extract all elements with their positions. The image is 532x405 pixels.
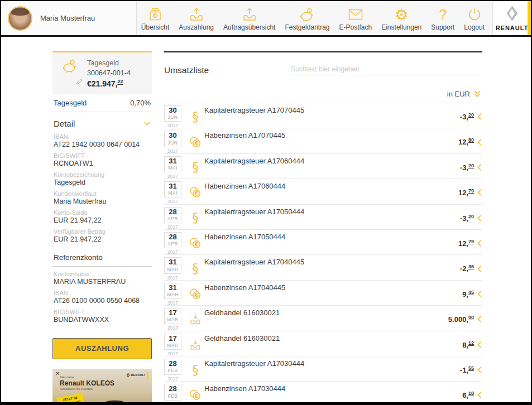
nav-item[interactable]: Auszahlung: [179, 6, 214, 31]
nav-item[interactable]: Auftragsübersicht: [223, 6, 275, 31]
date-month: MÄR: [165, 343, 181, 348]
tray-arrow-up-icon: [189, 6, 204, 23]
transaction-row[interactable]: 17 MÄR 2017 Geldhandel 616030021 8,12: [164, 331, 482, 356]
reference-field: Kontoinhaber MARIA MUSTERFRAU: [52, 271, 152, 286]
ad-close-icon[interactable]: ✕: [55, 370, 60, 377]
transaction-row[interactable]: 31 MÄR 2017 § Kapitalertragsteuer A17040…: [164, 255, 482, 280]
chevron-left-icon[interactable]: [477, 189, 482, 196]
chevron-left-icon[interactable]: [477, 164, 482, 171]
transaction-row[interactable]: 30 JUN 2017 € Habenzinsen A17070445 12,8…: [164, 128, 482, 153]
field-value: AT22 1942 0030 0647 0014: [54, 141, 151, 148]
reference-account-header: Referenzkonto: [52, 253, 152, 267]
chevron-left-icon[interactable]: [477, 139, 482, 146]
date-day: 28: [165, 385, 181, 393]
piggy-bank-icon: €: [61, 58, 78, 76]
nav-item[interactable]: Logout: [464, 6, 485, 31]
app-window: Maria Musterfrau € Übersicht Auszahlung …: [0, 0, 532, 405]
ad-subtitle: Crossover by Renault: [60, 387, 93, 390]
nav-item[interactable]: ? Support: [431, 6, 454, 31]
transaction-date: 17 MÄR 2017: [164, 308, 186, 330]
transactions-panel: Umsatzliste in EUR 30 JUN 20: [164, 51, 482, 405]
date-day: 28: [165, 208, 181, 216]
chevron-left-icon[interactable]: [477, 316, 482, 322]
transaction-description: Geldhandel 616030021: [204, 308, 280, 330]
transaction-amount: -3,20: [460, 112, 474, 121]
transaction-row[interactable]: 31 MÄR 2017 € Habenzinsen A17040445 9,45: [164, 281, 482, 306]
chevron-left-icon[interactable]: [477, 266, 482, 272]
currency-label: in EUR: [447, 90, 470, 98]
paragraph-icon: §: [186, 156, 204, 179]
power-icon: [467, 6, 482, 23]
nav-item-label: Auszahlung: [179, 23, 214, 31]
date-box: 31 MÄR: [164, 257, 181, 273]
date-day: 17: [165, 309, 181, 317]
detail-field: Kundenwortlaut Maria Musterfrau: [52, 190, 152, 205]
ad-brand-word: RENAULT: [131, 373, 146, 377]
chevron-left-icon[interactable]: [477, 113, 482, 120]
transaction-row[interactable]: 31 MAI 2017 € Habenzinsen A17060444 12,7…: [164, 179, 482, 204]
date-day: 31: [165, 284, 181, 292]
user-panel: Maria Musterfrau: [1, 1, 137, 35]
date-month: FEB: [165, 368, 181, 373]
tray-arrow-down-icon: [186, 334, 204, 356]
detail-title: Detail: [54, 119, 75, 128]
svg-text:€: €: [195, 394, 198, 399]
koleos-ad-banner[interactable]: ✕ Der neue Renault KOLEOS Crossover by R…: [52, 369, 152, 405]
search-input[interactable]: [290, 64, 482, 75]
nav-item-label: Support: [431, 23, 454, 31]
transaction-row[interactable]: 28 FEB 2017 € Habenzinsen A17030444 6,18: [164, 382, 482, 405]
field-label: Konto-Saldo: [54, 209, 151, 216]
chevron-left-icon[interactable]: [477, 240, 482, 247]
account-summary-card[interactable]: € Tagesgeld 300647-001-4 €21.947,22: [52, 51, 152, 94]
detail-field: IBAN AT22 1942 0030 0647 0014: [52, 133, 152, 148]
nav-item[interactable]: € Übersicht: [141, 6, 170, 31]
double-chevron-down-icon[interactable]: [473, 90, 481, 98]
transaction-row[interactable]: 17 MÄR 2017 Geldhandel 616030021 5.000,0…: [164, 306, 482, 331]
transaction-amount: 5.000,00: [448, 315, 474, 324]
nav-item-label: Einstellungen: [381, 23, 421, 31]
transaction-row[interactable]: 31 MAI 2017 § Kapitalertragsteuer A17060…: [164, 154, 482, 179]
transaction-description: Kapitalertragsteuer A17040445: [204, 257, 304, 279]
inbox-euro-icon: €: [147, 6, 163, 23]
date-year: 2017: [164, 249, 181, 255]
coins-icon: €: [186, 131, 204, 153]
transaction-date: 31 MÄR 2017: [164, 283, 186, 305]
transaction-amount: 12,79: [458, 239, 474, 248]
date-year: 2017: [164, 173, 181, 179]
transaction-date: 17 MÄR 2017: [164, 334, 186, 356]
transaction-row[interactable]: 28 APR 2017 § Kapitalertragsteuer A17050…: [164, 205, 482, 230]
nav-item[interactable]: € Festgeldantrag: [285, 6, 329, 31]
user-avatar[interactable]: [8, 6, 32, 31]
chevron-left-icon[interactable]: [477, 341, 482, 348]
svg-text:€: €: [154, 13, 156, 18]
transaction-description: Habenzinsen A17040445: [204, 283, 285, 305]
nav-item[interactable]: ⚙ Einstellungen: [381, 6, 421, 31]
transaction-row[interactable]: 28 APR 2017 € Habenzinsen A17050444 12,7…: [164, 230, 482, 255]
chevron-left-icon[interactable]: [477, 291, 482, 297]
svg-text:€: €: [195, 292, 198, 298]
payout-button[interactable]: AUSZAHLUNG: [52, 338, 152, 359]
chevron-down-icon[interactable]: [143, 120, 151, 127]
chevron-left-icon[interactable]: [477, 392, 482, 398]
nav-item-label: Logout: [464, 23, 485, 31]
date-day: 28: [165, 360, 181, 368]
detail-section-header[interactable]: Detail: [52, 112, 152, 129]
nav-item-label: Auftragsübersicht: [223, 23, 275, 31]
content-area: € Tagesgeld 300647-001-4 €21.947,22 Tage…: [1, 37, 531, 405]
renault-diamond-logo-icon: [126, 373, 130, 378]
svg-text:€: €: [71, 60, 73, 64]
nav-item[interactable]: E-Postfach: [339, 6, 372, 31]
transaction-row[interactable]: 28 FEB 2017 § Kapitalertragsteuer A17030…: [164, 356, 482, 382]
ad-brand-bar: [147, 372, 148, 379]
piggy-bank-icon: €: [299, 6, 315, 23]
transaction-date: 28 FEB 2017: [164, 359, 186, 381]
transaction-date: 31 MAI 2017: [164, 181, 186, 204]
currency-sort-row[interactable]: in EUR: [164, 78, 482, 103]
chevron-left-icon[interactable]: [477, 367, 482, 373]
transaction-description: Kapitalertragsteuer A17070445: [204, 105, 304, 128]
nav-item-label: E-Postfach: [339, 23, 372, 31]
svg-text:€: €: [195, 141, 198, 146]
transaction-row[interactable]: 30 JUN 2017 § Kapitalertragsteuer A17070…: [164, 103, 482, 128]
chevron-left-icon[interactable]: [477, 215, 482, 221]
pencil-edit-icon[interactable]: [76, 77, 83, 87]
